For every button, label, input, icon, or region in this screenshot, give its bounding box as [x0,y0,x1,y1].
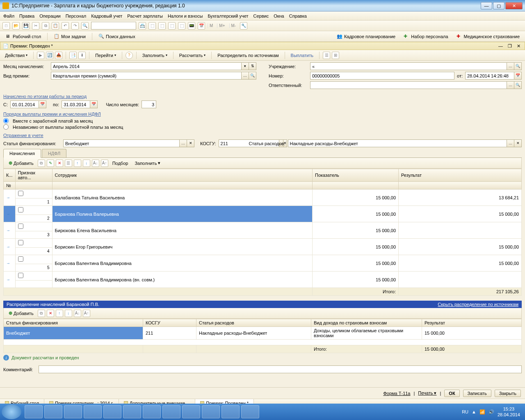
print-dropdown[interactable]: Печать ▾ [418,390,436,396]
fin-article-select-button[interactable]: … [180,139,187,147]
grid-move-down-icon[interactable]: ↓ [83,160,90,167]
goto-dropdown[interactable]: Перейти [93,52,119,59]
dist-col-income[interactable]: Вид дохода по страховым взносам [311,319,422,327]
col-auto[interactable]: Признак авто... [15,169,52,182]
tool-icon-1[interactable]: ⬚ [148,22,156,30]
minimize-button[interactable]: — [481,2,492,9]
date-to-calendar-button[interactable]: 📅 [90,100,98,108]
grid-add-button[interactable]: ⊕Добавить [6,160,36,167]
redo-icon[interactable]: ↷ [71,22,79,30]
tool-icon-2[interactable]: ⬚ [158,22,166,30]
close-button[interactable]: ✕ [505,2,523,9]
calc-open-icon[interactable]: 📇 [139,22,146,30]
tray-lang[interactable]: RU [462,409,468,414]
dist-delete-icon[interactable]: ✕ [47,310,54,317]
employees-grid[interactable]: К... Признак авто... Сотрудник Показател… [3,169,522,296]
grid-delete-icon[interactable]: ✕ [56,160,63,167]
row-auto-checkbox[interactable] [18,273,23,278]
menu-edit[interactable]: Правка [19,14,34,18]
doc-restore-button[interactable]: ❐ [506,43,514,49]
date-from-input[interactable] [10,100,39,108]
bonus-type-input[interactable] [51,72,242,80]
memory-m[interactable]: M [208,23,215,28]
fin-article-input[interactable] [63,139,180,147]
menu-service[interactable]: Сервис [253,14,269,18]
menu-taxes[interactable]: Налоги и взносы [168,14,203,18]
post-close-icon[interactable]: 📥 [55,52,62,59]
table-row[interactable]: Бирюкова Елена Васильевна 15 000,00 [4,222,522,231]
customize-icon[interactable]: ⊞ [332,52,339,59]
calc-dropdown[interactable]: Рассчитать [177,52,208,59]
taskbar-outlook-icon[interactable] [182,405,200,418]
cut-icon[interactable]: ✂ [32,22,39,30]
grid-finish-edit-icon[interactable]: ☰ [65,160,72,167]
menu-windows[interactable]: Окна [274,14,284,18]
period-section-header[interactable]: Начислено по итогам работы за период [3,94,522,99]
dist-col-fin[interactable]: Статья финансирования [4,319,143,327]
col-result[interactable]: Результат [399,169,522,182]
org-open-button[interactable]: 🔍 [514,62,522,70]
taskbar-explorer-icon[interactable] [84,405,102,418]
undo-icon[interactable]: ↶ [62,22,69,30]
my-tasks-button[interactable]: 📋Мои задачи [51,32,89,41]
taskbar-1c-icon[interactable] [202,405,220,418]
grid-fill-dropdown[interactable]: Заполнить ▾ [132,160,163,167]
date-from-calendar-button[interactable]: 📅 [39,100,46,108]
months-count-input[interactable] [142,100,156,108]
recruitment-button[interactable]: ✚Набор персонала [401,32,451,41]
responsible-input[interactable] [310,81,507,89]
start-button[interactable] [2,404,21,419]
save-button[interactable]: Записать [463,390,491,397]
number-input[interactable] [310,72,454,80]
memory-mminus[interactable]: M- [229,23,238,28]
dist-col-result[interactable]: Результат [422,319,522,327]
month-dropdown-button[interactable]: ▾ [242,62,249,70]
save-icon[interactable]: 💾 [22,22,30,30]
menu-payroll[interactable]: Расчет зарплаты [127,14,163,18]
org-input[interactable] [310,62,507,70]
refresh-icon[interactable]: 🔄 [46,52,53,59]
fin-article-clear-button[interactable]: ✕ [187,139,194,147]
menu-accounting[interactable]: Бухгалтерский учет [208,14,248,18]
row-auto-checkbox[interactable] [18,256,23,262]
month-input[interactable] [51,62,242,70]
tool-icon-3[interactable]: ⬚ [168,22,176,30]
medical-insurance-button[interactable]: ✚Медицинское страхование [454,32,523,41]
taskbar-app-icon[interactable] [44,405,62,418]
col-k[interactable]: К... [4,169,16,182]
open-icon[interactable]: 📂 [12,22,20,30]
find-icon[interactable]: 🔍 [81,22,89,30]
row-auto-checkbox[interactable] [18,207,23,212]
payment-independent-radio[interactable] [3,124,9,130]
hide-distribution-link[interactable]: Скрыть распределение по источникам [438,302,518,307]
distribution-grid[interactable]: Статья финансирования КОСГУ Статья расхо… [3,319,522,353]
tool-icon-4[interactable]: ⬚ [178,22,185,30]
close-button[interactable]: Закрыть [495,390,521,397]
pay-link[interactable]: Выплатить [288,52,316,59]
date-to-input[interactable] [62,100,90,108]
tray-network-icon[interactable]: 📶 [479,409,485,415]
grid-edit-icon[interactable]: ✎ [47,160,54,167]
col-indicator[interactable]: Показатель [313,169,399,182]
menu-file[interactable]: Файл [3,14,14,18]
taskbar-app3-icon[interactable] [221,405,240,418]
tab-accruals[interactable]: Начисления [3,149,41,158]
memory-mplus[interactable]: M+ [217,23,226,28]
table-row[interactable]: Балабанова Татьяна Васильевна 15 000,00 … [4,189,522,199]
tray-clock[interactable]: 15:23 28.04.2014 [498,406,520,418]
col-num[interactable]: № [4,182,16,189]
dist-sort-asc-icon[interactable]: A↓ [74,310,81,317]
row-auto-checkbox[interactable] [18,191,23,196]
dist-move-down-icon[interactable]: ↓ [65,310,72,317]
register-icon[interactable]: 📑 [69,52,77,59]
grid-move-up-icon[interactable]: ↑ [74,160,81,167]
doc-minimize-button[interactable]: — [497,43,504,49]
quick-search-input[interactable] [91,22,136,30]
table-row[interactable]: Борисова Валентина Владимировна (вн. сов… [4,272,522,281]
bonus-type-select-button[interactable]: … [242,72,249,80]
month-stepper-button[interactable]: ⇅ [249,62,256,70]
dist-move-up-icon[interactable]: ↑ [56,310,63,317]
responsible-select-button[interactable]: … [507,81,514,89]
calculator-icon[interactable]: 📟 [188,22,195,30]
ok-button[interactable]: ОК [444,390,459,397]
